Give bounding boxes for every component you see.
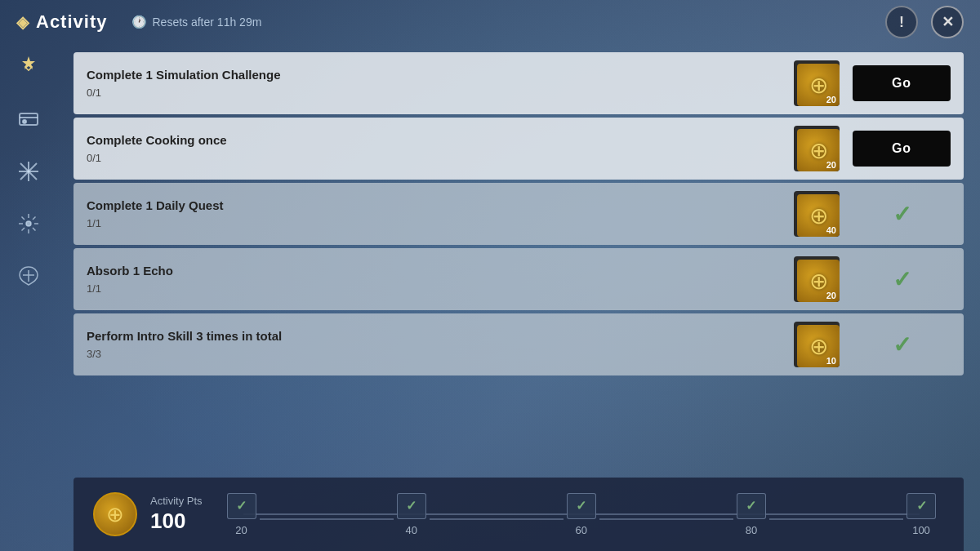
close-button[interactable]: ✕	[931, 6, 964, 38]
main-container: Complete 1 Simulation Challenge 0/1 20 G…	[0, 0, 980, 551]
svg-point-3	[23, 120, 26, 123]
task-title: Perform Intro Skill 3 times in total	[87, 329, 794, 343]
reward-count: 20	[826, 291, 836, 300]
reward-count: 20	[826, 95, 836, 104]
milestone-label: 40	[405, 524, 416, 536]
task-title: Complete 1 Simulation Challenge	[87, 68, 794, 82]
task-reward: 20	[794, 126, 840, 171]
milestone-2: ✓ 40	[397, 493, 426, 536]
task-item: Complete Cooking once 0/1 20 Go	[74, 118, 964, 180]
check-icon: ✓	[893, 331, 911, 358]
task-go-button[interactable]: Go	[853, 131, 951, 167]
alert-icon: !	[899, 14, 904, 31]
go-label: Go	[892, 76, 911, 91]
topbar-right: ! ✕	[885, 6, 964, 38]
task-reward: 20	[794, 256, 840, 302]
task-progress: 0/1	[87, 87, 794, 99]
milestone-1: ✓ 20	[227, 493, 256, 536]
task-complete-check: ✓	[853, 327, 951, 362]
milestone-box: ✓	[737, 493, 766, 519]
svg-line-15	[33, 217, 36, 220]
sidebar-item-3[interactable]	[11, 153, 47, 189]
svg-line-16	[22, 228, 25, 231]
sidebar-item-4[interactable]	[11, 206, 47, 242]
topbar-title-group: ◈ Activity	[16, 11, 107, 33]
pts-label: Activity Pts	[150, 495, 203, 507]
task-complete-check: ✓	[853, 261, 951, 297]
task-progress: 0/1	[87, 152, 794, 164]
task-info: Perform Intro Skill 3 times in total 3/3	[87, 329, 794, 360]
topbar-reset: 🕐 Resets after 11h 29m	[131, 15, 261, 29]
task-list: Complete 1 Simulation Challenge 0/1 20 G…	[74, 52, 964, 473]
task-progress: 1/1	[87, 217, 794, 229]
milestone-box: ✓	[906, 493, 936, 519]
check-icon: ✓	[893, 201, 911, 228]
content-area: Complete 1 Simulation Challenge 0/1 20 G…	[57, 44, 980, 551]
task-reward: 10	[794, 322, 840, 367]
svg-point-8	[26, 221, 31, 226]
close-icon: ✕	[942, 13, 954, 31]
task-info: Complete Cooking once 0/1	[87, 133, 794, 164]
connector-line	[769, 518, 903, 520]
task-reward: 40	[794, 191, 840, 237]
svg-rect-1	[20, 113, 38, 125]
check-icon: ✓	[893, 266, 911, 293]
task-info: Complete 1 Simulation Challenge 0/1	[87, 68, 794, 99]
milestone-3: ✓ 60	[567, 493, 596, 536]
activity-diamond-icon: ◈	[16, 12, 29, 32]
bottom-bar: Activity Pts 100 ✓ 20 ✓ 40 ✓ 60	[74, 478, 964, 551]
task-progress: 1/1	[87, 282, 794, 295]
sidebar	[0, 0, 57, 551]
svg-line-13	[22, 217, 25, 220]
sidebar-item-2[interactable]	[11, 101, 47, 137]
milestone-4: ✓ 80	[737, 493, 766, 536]
milestone-box: ✓	[227, 493, 256, 519]
connector-line	[260, 518, 394, 520]
task-item: Absorb 1 Echo 1/1 20 ✓	[74, 248, 964, 310]
topbar: ◈ Activity 🕐 Resets after 11h 29m ! ✕	[0, 0, 980, 44]
sidebar-item-5[interactable]	[11, 258, 47, 294]
milestone-label: 60	[576, 524, 587, 536]
task-info: Absorb 1 Echo 1/1	[87, 264, 794, 295]
connector-line	[599, 518, 733, 520]
reset-label: Resets after 11h 29m	[152, 16, 261, 29]
task-title: Complete Cooking once	[87, 133, 794, 147]
milestone-box: ✓	[567, 493, 596, 519]
task-complete-check: ✓	[853, 196, 951, 232]
alert-button[interactable]: !	[885, 6, 918, 38]
task-title: Absorb 1 Echo	[87, 264, 794, 278]
reward-count: 10	[826, 356, 836, 366]
milestone-box: ✓	[397, 493, 426, 519]
task-info: Complete 1 Daily Quest 1/1	[87, 198, 794, 229]
reward-count: 20	[826, 160, 836, 170]
milestone-label: 100	[912, 524, 930, 536]
reward-count: 40	[826, 225, 836, 235]
task-go-button[interactable]: Go	[853, 65, 951, 101]
clock-icon: 🕐	[131, 15, 147, 29]
go-label: Go	[892, 141, 911, 156]
milestone-label: 80	[746, 524, 757, 536]
connector-line	[430, 518, 564, 520]
milestone-5: ✓ 100	[906, 493, 936, 536]
svg-line-14	[33, 228, 36, 231]
task-item: Complete 1 Simulation Challenge 0/1 20 G…	[74, 52, 964, 114]
sidebar-item-activity[interactable]	[11, 49, 47, 85]
pts-value: 100	[150, 509, 203, 534]
milestone-track: ✓ 20 ✓ 40 ✓ 60 ✓ 80	[219, 493, 944, 536]
task-item: Perform Intro Skill 3 times in total 3/3…	[74, 313, 964, 375]
task-item: Complete 1 Daily Quest 1/1 40 ✓	[74, 183, 964, 245]
task-title: Complete 1 Daily Quest	[87, 198, 794, 212]
pts-info: Activity Pts 100	[150, 495, 203, 534]
milestone-label: 20	[235, 524, 247, 536]
activity-pts-icon	[93, 492, 137, 536]
task-reward: 20	[794, 60, 840, 106]
task-progress: 3/3	[87, 348, 794, 360]
page-title: Activity	[36, 11, 107, 33]
